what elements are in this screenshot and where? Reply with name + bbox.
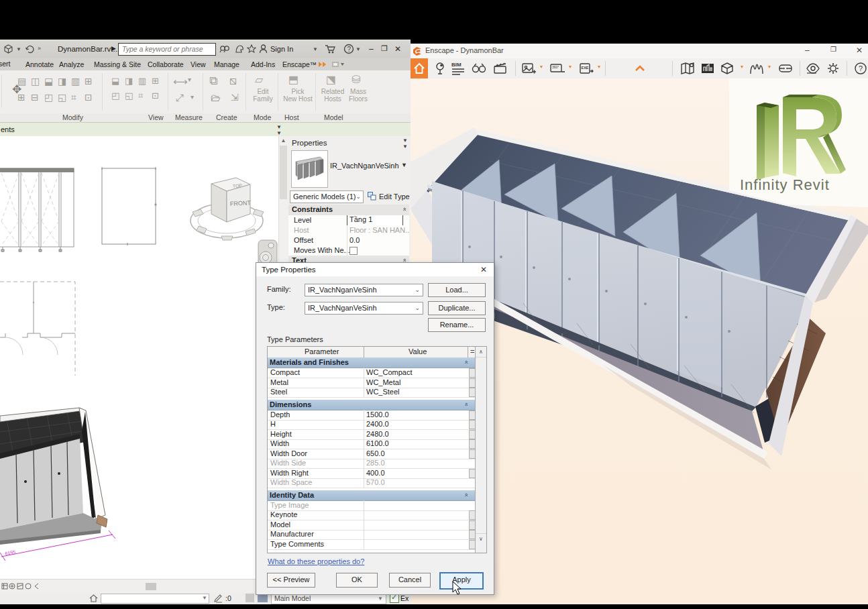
svg-text:FRONT: FRONT (230, 199, 252, 207)
svg-text:BIM: BIM (451, 62, 462, 68)
svg-text:?: ? (347, 46, 351, 53)
svg-text:EXE: EXE (582, 66, 589, 70)
svg-text:?: ? (859, 64, 863, 72)
svg-text:360°: 360° (552, 65, 559, 69)
svg-text:TOP: TOP (233, 183, 243, 188)
